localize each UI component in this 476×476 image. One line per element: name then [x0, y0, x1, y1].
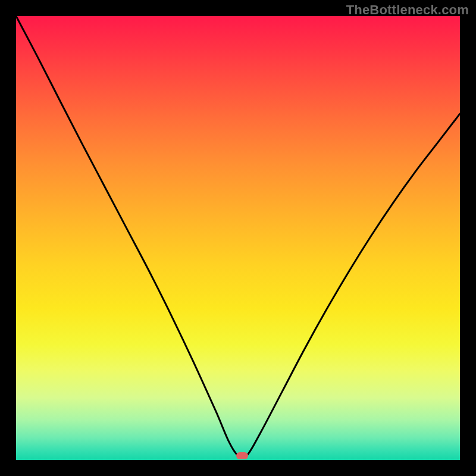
plot-area	[16, 16, 460, 460]
chart-frame: TheBottleneck.com	[0, 0, 476, 476]
bottleneck-curve	[16, 16, 460, 458]
curve-svg	[16, 16, 460, 460]
watermark-text: TheBottleneck.com	[346, 2, 469, 18]
optimal-point-marker	[236, 452, 248, 459]
